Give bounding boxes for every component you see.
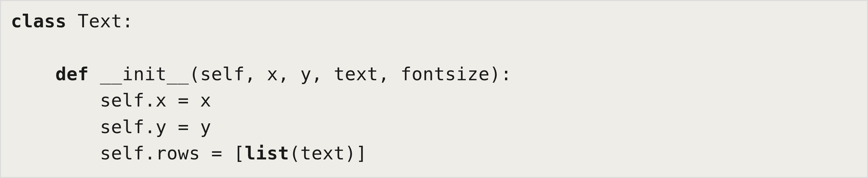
code-block: class Text: def __init__(self, x, y, tex…: [0, 0, 868, 178]
code-content: class Text: def __init__(self, x, y, tex…: [11, 11, 512, 164]
keyword: def: [55, 63, 89, 84]
keyword: class: [11, 11, 66, 32]
keyword: list: [245, 143, 289, 164]
